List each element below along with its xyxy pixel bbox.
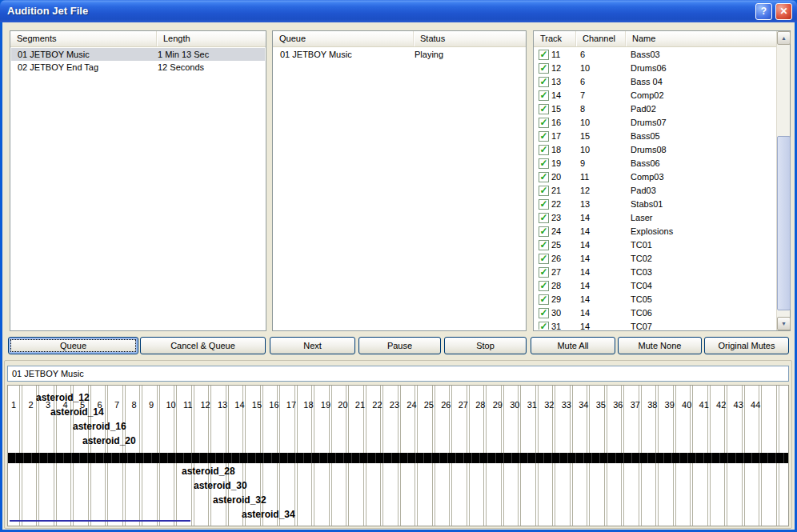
- checkbox-cell: ✓: [535, 48, 551, 62]
- tracks-panel: Track Channel Name ✓116Bass03✓1210Drums0…: [533, 30, 791, 331]
- checkbox-cell: ✓: [535, 143, 551, 157]
- measure-number: 33: [562, 400, 571, 410]
- track-name: Bass06: [627, 157, 775, 170]
- track-row[interactable]: ✓136Bass 04: [535, 75, 775, 89]
- scroll-down-icon[interactable]: ▼: [777, 317, 791, 330]
- track-checkbox[interactable]: ✓: [539, 213, 549, 223]
- track-row[interactable]: ✓199Bass06: [535, 157, 775, 170]
- track-row[interactable]: ✓2614TC02: [535, 252, 775, 266]
- event-band: [8, 453, 788, 463]
- tracks-scrollbar[interactable]: ▲ ▼: [776, 31, 790, 330]
- cancel-queue-button[interactable]: Cancel & Queue: [140, 337, 266, 354]
- transport-buttons: QueueCancel & QueueNextPauseStopMute All…: [0, 337, 797, 354]
- track-column-header[interactable]: Track: [534, 31, 576, 46]
- track-row[interactable]: ✓2314Laser: [535, 211, 775, 225]
- stop-button[interactable]: Stop: [444, 337, 527, 354]
- scrollbar-thumb[interactable]: [777, 136, 791, 310]
- measure-number: 7: [114, 400, 119, 410]
- segments-column-header[interactable]: Segments: [10, 31, 157, 46]
- close-button[interactable]: ✕: [775, 3, 792, 20]
- track-row[interactable]: ✓2814TC04: [535, 279, 775, 293]
- checkbox-cell: ✓: [535, 211, 551, 225]
- track-row[interactable]: ✓2914TC05: [535, 293, 775, 306]
- segment-row[interactable]: 01 JETBOY Music1 Min 13 Sec: [11, 48, 265, 61]
- track-checkbox[interactable]: ✓: [539, 226, 549, 237]
- segment-name: 02 JETBOY End Tag: [11, 61, 158, 74]
- channel-column-header[interactable]: Channel: [576, 31, 626, 46]
- length-column-header[interactable]: Length: [157, 31, 266, 46]
- segment-name: 01 JETBOY Music: [11, 48, 158, 61]
- track-number: 22: [551, 198, 577, 211]
- status-column-header[interactable]: Status: [414, 31, 526, 46]
- segment-row[interactable]: 02 JETBOY End Tag12 Seconds: [11, 61, 265, 74]
- track-row[interactable]: ✓1610Drums07: [535, 116, 775, 130]
- track-checkbox[interactable]: ✓: [539, 118, 549, 128]
- tracks-list[interactable]: ✓116Bass03✓1210Drums06✓136Bass 04✓147Com…: [535, 48, 775, 330]
- segments-list[interactable]: 01 JETBOY Music1 Min 13 Sec02 JETBOY End…: [11, 48, 265, 330]
- track-checkbox[interactable]: ✓: [539, 294, 549, 305]
- queue-button[interactable]: Queue: [8, 337, 138, 354]
- track-row[interactable]: ✓2011Comp03: [535, 170, 775, 184]
- track-checkbox[interactable]: ✓: [539, 158, 549, 169]
- scroll-up-icon[interactable]: ▲: [777, 31, 791, 45]
- track-checkbox[interactable]: ✓: [539, 90, 549, 101]
- track-checkbox[interactable]: ✓: [539, 145, 549, 155]
- checkbox-cell: ✓: [535, 293, 551, 306]
- mute-all-button[interactable]: Mute All: [531, 337, 615, 354]
- track-row[interactable]: ✓3114TC07: [535, 320, 775, 330]
- help-button[interactable]: ?: [755, 3, 772, 20]
- track-row[interactable]: ✓147Comp02: [535, 89, 775, 102]
- track-checkbox[interactable]: ✓: [539, 186, 549, 196]
- track-channel: 11: [577, 170, 627, 184]
- name-column-header[interactable]: Name: [626, 31, 776, 46]
- track-row[interactable]: ✓2714TC03: [535, 266, 775, 279]
- original-mutes-button[interactable]: Original Mutes: [704, 337, 789, 354]
- track-checkbox[interactable]: ✓: [539, 267, 549, 278]
- track-checkbox[interactable]: ✓: [539, 50, 549, 60]
- queue-list[interactable]: 01 JETBOY MusicPlaying: [274, 48, 525, 330]
- timeline-marker: asteroid_12: [36, 392, 90, 403]
- track-row[interactable]: ✓2414Explosions: [535, 225, 775, 238]
- track-row[interactable]: ✓1715Bass05: [535, 130, 775, 143]
- track-row[interactable]: ✓1810Drums08: [535, 143, 775, 157]
- next-button[interactable]: Next: [270, 337, 355, 354]
- track-channel: 10: [577, 143, 627, 157]
- track-checkbox[interactable]: ✓: [539, 254, 549, 264]
- track-checkbox[interactable]: ✓: [539, 172, 549, 182]
- current-segment-field[interactable]: 01 JETBOY Music: [7, 366, 789, 382]
- track-row[interactable]: ✓116Bass03: [535, 48, 775, 62]
- timeline-marker: asteroid_20: [82, 435, 136, 446]
- track-checkbox[interactable]: ✓: [539, 63, 549, 74]
- track-number: 26: [551, 252, 577, 266]
- track-row[interactable]: ✓3014TC06: [535, 306, 775, 320]
- track-checkbox[interactable]: ✓: [539, 77, 549, 87]
- timeline[interactable]: 1234567891011121314151617181920212223242…: [7, 385, 789, 526]
- track-checkbox[interactable]: ✓: [539, 308, 549, 318]
- track-checkbox[interactable]: ✓: [539, 240, 549, 250]
- track-row[interactable]: ✓2514TC01: [535, 238, 775, 252]
- track-number: 21: [551, 184, 577, 198]
- mute-none-button[interactable]: Mute None: [618, 337, 702, 354]
- pause-button[interactable]: Pause: [358, 337, 441, 354]
- track-checkbox[interactable]: ✓: [539, 199, 549, 210]
- measure-number: 32: [544, 400, 554, 410]
- measure-number: 24: [407, 400, 416, 410]
- segment-length: 1 Min 13 Sec: [158, 48, 265, 61]
- track-checkbox[interactable]: ✓: [539, 131, 549, 142]
- track-row[interactable]: ✓158Pad02: [535, 102, 775, 116]
- queue-column-header[interactable]: Queue: [273, 31, 414, 46]
- timeline-marker: asteroid_16: [73, 421, 126, 432]
- track-number: 17: [551, 130, 577, 143]
- track-row[interactable]: ✓2112Pad03: [535, 184, 775, 198]
- track-row[interactable]: ✓1210Drums06: [535, 62, 775, 75]
- track-row[interactable]: ✓2213Stabs01: [535, 198, 775, 211]
- checkbox-cell: ✓: [535, 198, 551, 211]
- measure-number: 15: [252, 400, 262, 410]
- track-channel: 10: [577, 62, 627, 75]
- track-channel: 10: [577, 116, 627, 130]
- track-checkbox[interactable]: ✓: [539, 104, 549, 114]
- queue-row[interactable]: 01 JETBOY MusicPlaying: [274, 48, 525, 61]
- timeline-marker: asteroid_32: [213, 494, 266, 506]
- track-checkbox[interactable]: ✓: [539, 281, 549, 291]
- track-checkbox[interactable]: ✓: [539, 322, 549, 330]
